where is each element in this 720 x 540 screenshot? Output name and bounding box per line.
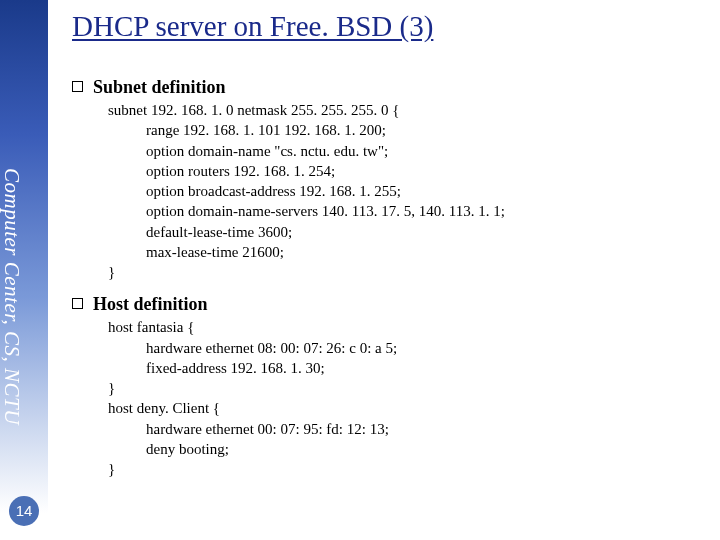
sidebar-org-text: Computer Center, CS, NCTU <box>0 168 24 425</box>
code-line: } <box>108 378 710 398</box>
code-line: option routers 192. 168. 1. 254; <box>108 161 710 181</box>
code-line: fixed-address 192. 168. 1. 30; <box>108 358 710 378</box>
section-title: Host definition <box>93 294 208 315</box>
code-line: } <box>108 459 710 479</box>
code-line: default-lease-time 3600; <box>108 222 710 242</box>
section-subnet: Subnet definition subnet 192. 168. 1. 0 … <box>72 77 710 282</box>
section-header: Subnet definition <box>72 77 710 98</box>
page-number: 14 <box>9 496 39 526</box>
code-block-subnet: subnet 192. 168. 1. 0 netmask 255. 255. … <box>108 100 710 282</box>
code-line: host deny. Client { <box>108 398 710 418</box>
code-line: hardware ethernet 00: 07: 95: fd: 12: 13… <box>108 419 710 439</box>
slide-title: DHCP server on Free. BSD (3) <box>72 10 710 43</box>
code-line: hardware ethernet 08: 00: 07: 26: c 0: a… <box>108 338 710 358</box>
slide-content: DHCP server on Free. BSD (3) Subnet defi… <box>72 10 710 491</box>
code-line: deny booting; <box>108 439 710 459</box>
code-line: } <box>108 262 710 282</box>
square-bullet-icon <box>72 298 83 309</box>
code-line: subnet 192. 168. 1. 0 netmask 255. 255. … <box>108 100 710 120</box>
code-line: option domain-name-servers 140. 113. 17.… <box>108 201 710 221</box>
code-line: host fantasia { <box>108 317 710 337</box>
code-line: range 192. 168. 1. 101 192. 168. 1. 200; <box>108 120 710 140</box>
square-bullet-icon <box>72 81 83 92</box>
code-block-host: host fantasia {hardware ethernet 08: 00:… <box>108 317 710 479</box>
code-line: option broadcast-address 192. 168. 1. 25… <box>108 181 710 201</box>
section-header: Host definition <box>72 294 710 315</box>
code-line: max-lease-time 21600; <box>108 242 710 262</box>
page-number-container: 14 <box>0 496 48 526</box>
code-line: option domain-name "cs. nctu. edu. tw"; <box>108 141 710 161</box>
section-title: Subnet definition <box>93 77 226 98</box>
section-host: Host definition host fantasia {hardware … <box>72 294 710 479</box>
